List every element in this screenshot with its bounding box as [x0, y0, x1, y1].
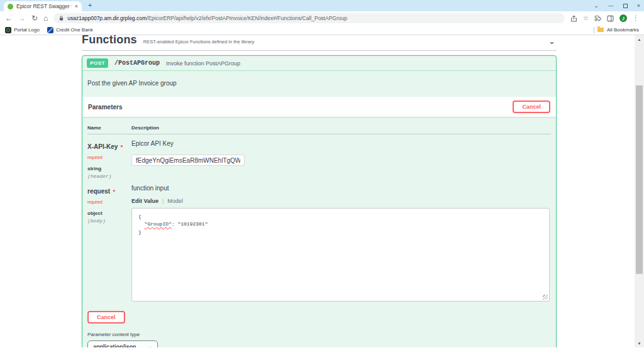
- endpoint-path: /PostAPGroup: [114, 60, 160, 67]
- new-tab-button[interactable]: +: [88, 1, 92, 9]
- swagger-favicon-icon: [8, 4, 13, 9]
- scroll-down-icon[interactable]: ▼: [635, 339, 644, 347]
- minimize-button[interactable]: —: [608, 3, 614, 9]
- swagger-ui: Functions REST-enabled Epicor Functions …: [82, 35, 557, 347]
- endpoint-summary: Invoke function PostAPGroup: [166, 60, 240, 67]
- tab-close-icon[interactable]: ×: [75, 3, 78, 9]
- parameters-title: Parameters: [88, 104, 122, 111]
- tab-model[interactable]: Model: [167, 198, 183, 204]
- bookmark-star-icon[interactable]: ☆: [583, 15, 589, 21]
- misspelled-key: "GroupID": [145, 221, 172, 227]
- param-desc-cell: function input Edit Value | Model { "Gro…: [131, 185, 551, 302]
- forward-button[interactable]: →: [18, 14, 26, 22]
- toolbar-icons: ☆ J ⋮: [570, 14, 639, 22]
- parameters-header: Parameters Cancel: [82, 97, 556, 117]
- chevron-down-icon: ⌄: [147, 344, 152, 347]
- side-panel-icon[interactable]: [607, 15, 614, 22]
- opblock-summary[interactable]: POST /PostAPGroup Invoke function PostAP…: [82, 56, 556, 71]
- browser-window: Epicor REST Swagger UI × + ⌄ — × ← → ↻ ⌂…: [0, 0, 644, 347]
- request-body-editor[interactable]: { "GroupID": "10192301" }: [131, 208, 550, 302]
- param-desc-cell: Epicor API Key: [131, 140, 551, 179]
- required-star: *: [113, 188, 116, 195]
- execute-wrapper: Cancel: [87, 310, 551, 324]
- tab-strip: Epicor REST Swagger UI × + ⌄ — ×: [0, 0, 644, 11]
- page-scrollbar[interactable]: ▲ ▼: [635, 35, 644, 347]
- close-window-button[interactable]: ×: [637, 3, 640, 9]
- functions-section-header[interactable]: Functions REST-enabled Epicor Functions …: [82, 35, 557, 51]
- folder-icon: [597, 28, 604, 32]
- param-row-x-api-key: X-API-Key * required string (header) Epi…: [87, 134, 551, 179]
- param-description: Epicor API Key: [131, 140, 551, 147]
- tab-search-icon[interactable]: ⌄: [594, 3, 599, 9]
- share-icon[interactable]: [570, 15, 577, 22]
- tab-title: Epicor REST Swagger UI: [16, 3, 72, 9]
- cancel-button-top[interactable]: Cancel: [513, 101, 550, 113]
- home-button[interactable]: ⌂: [43, 14, 48, 22]
- scrollbar-thumb[interactable]: [636, 85, 643, 274]
- body-tabs: Edit Value | Model: [131, 198, 551, 204]
- content-type-label: Parameter content type: [87, 332, 551, 337]
- browser-menu-icon[interactable]: ⋮: [633, 15, 639, 21]
- scroll-up-icon[interactable]: ▲: [635, 35, 644, 43]
- all-bookmarks[interactable]: All Bookmarks: [594, 27, 639, 33]
- address-bar[interactable]: usaz1app007p.am.dir.grpleg.com/EpicorERP…: [53, 13, 565, 23]
- param-location: (body): [87, 218, 131, 224]
- param-type: string: [87, 166, 131, 171]
- opblock-post-apgroup: POST /PostAPGroup Invoke function PostAP…: [82, 55, 557, 347]
- table-header-row: Name Description: [87, 125, 551, 134]
- bookmark-portal-logo[interactable]: Portal Logo: [5, 27, 40, 33]
- section-title: Functions: [82, 35, 137, 46]
- padlock-icon: [58, 15, 64, 21]
- param-name-cell: X-API-Key * required string (header): [87, 140, 131, 179]
- required-label: required: [87, 200, 103, 204]
- browser-tab[interactable]: Epicor REST Swagger UI ×: [4, 1, 82, 11]
- http-method-badge: POST: [87, 58, 108, 68]
- required-label: required: [87, 155, 103, 160]
- portal-logo-icon: [5, 27, 11, 33]
- param-description: function input: [131, 185, 551, 192]
- parameters-table: Name Description X-API-Key * required st…: [82, 117, 556, 347]
- extensions-puzzle-icon[interactable]: [594, 15, 601, 22]
- credit-one-bank-icon: [47, 27, 53, 33]
- tab-edit-value[interactable]: Edit Value: [131, 198, 158, 204]
- endpoint-description: Post the given AP Invoice group: [82, 71, 556, 97]
- required-star: *: [121, 144, 123, 150]
- param-type: object: [87, 210, 131, 216]
- param-row-request: request * required object (body) functio…: [87, 179, 551, 302]
- back-button[interactable]: ←: [5, 14, 13, 22]
- reload-button[interactable]: ↻: [31, 14, 38, 22]
- window-controls: ⌄ — ×: [594, 0, 640, 11]
- url-text: usaz1app007p.am.dir.grpleg.com/EpicorERP…: [67, 15, 347, 21]
- profile-avatar[interactable]: J: [619, 14, 627, 22]
- all-bookmarks-label: All Bookmarks: [607, 27, 639, 33]
- bookmark-credit-one-bank[interactable]: Credit One Bank: [47, 27, 93, 33]
- page-content: Functions REST-enabled Epicor Functions …: [0, 35, 644, 347]
- cancel-button-bottom[interactable]: Cancel: [87, 311, 125, 324]
- param-location: (header): [87, 173, 131, 179]
- bookmarks-separator: [594, 27, 594, 33]
- textarea-resize-handle[interactable]: [543, 295, 548, 300]
- tab-separator: |: [162, 198, 164, 204]
- column-description: Description: [131, 125, 551, 131]
- param-name-cell: request * required object (body): [87, 185, 131, 302]
- column-name: Name: [87, 125, 131, 131]
- bookmarks-bar: Portal Logo Credit One Bank All Bookmark…: [0, 25, 644, 35]
- section-subtitle: REST-enabled Epicor Functions defined in…: [143, 39, 254, 45]
- api-key-input[interactable]: [131, 155, 245, 166]
- content-type-select[interactable]: application/json ⌄: [87, 340, 158, 347]
- collapse-section-icon[interactable]: ⌄: [548, 36, 555, 46]
- maximize-button[interactable]: [623, 4, 628, 8]
- browser-toolbar: ← → ↻ ⌂ usaz1app007p.am.dir.grpleg.com/E…: [0, 11, 644, 25]
